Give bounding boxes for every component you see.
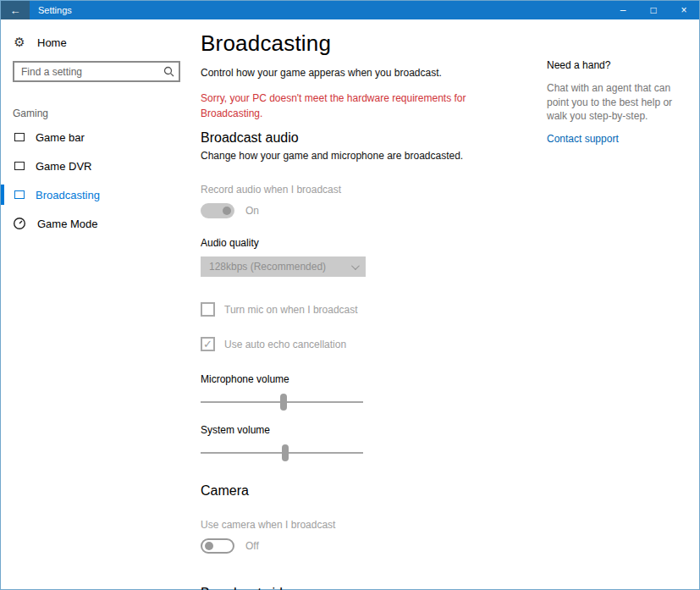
maximize-button[interactable]: □ <box>638 1 669 19</box>
sidebar-item-home[interactable]: ⚙ Home <box>1 28 192 57</box>
minimize-button[interactable]: – <box>608 1 638 19</box>
slider-thumb[interactable] <box>280 394 287 411</box>
search-input[interactable] <box>14 63 158 80</box>
window-title: Settings <box>38 5 72 15</box>
camera-heading: Camera <box>201 483 535 499</box>
help-heading: Need a hand? <box>547 59 692 71</box>
record-audio-toggle[interactable] <box>201 203 234 218</box>
audio-quality-value: 128kbps (Recommended) <box>209 261 351 273</box>
search-box <box>13 61 180 82</box>
titlebar: ← Settings – □ × <box>1 1 699 19</box>
toggle-knob <box>223 207 231 215</box>
broadcast-video-heading: Broadcast video <box>201 586 535 590</box>
system-volume-slider[interactable] <box>201 444 363 461</box>
sidebar: ⚙ Home Gaming Game bar Game DVR Broadcas… <box>1 19 192 589</box>
help-body-text: Chat with an agent that can point you to… <box>547 81 692 124</box>
back-button[interactable]: ← <box>1 1 30 19</box>
home-label: Home <box>37 36 67 49</box>
mic-on-checkbox-row: ✓ Turn mic on when I broadcast <box>201 302 535 317</box>
game-dvr-icon <box>14 162 25 170</box>
sidebar-section-gaming: Gaming <box>13 108 192 119</box>
mic-on-checkbox[interactable]: ✓ <box>201 302 215 317</box>
window-controls: – □ × <box>608 1 699 19</box>
contact-support-link[interactable]: Contact support <box>547 133 692 145</box>
close-button[interactable]: × <box>669 1 699 19</box>
use-camera-toggle-row: Off <box>201 538 535 554</box>
main-content: Broadcasting Control how your game apper… <box>201 19 535 590</box>
broadcasting-icon <box>14 190 25 199</box>
back-arrow-icon: ← <box>10 4 21 17</box>
sidebar-item-game-dvr[interactable]: Game DVR <box>1 152 192 180</box>
use-camera-toggle[interactable] <box>201 538 234 554</box>
audio-quality-dropdown[interactable]: 128kbps (Recommended) <box>201 256 366 277</box>
broadcast-audio-heading: Broadcast audio <box>201 130 535 146</box>
record-audio-toggle-row: On <box>201 203 535 218</box>
audio-quality-label: Audio quality <box>201 237 535 249</box>
echo-cancel-checkbox[interactable]: ✓ <box>201 337 215 351</box>
gear-icon: ⚙ <box>13 35 26 50</box>
sidebar-item-label: Game Mode <box>37 218 98 230</box>
help-panel: Need a hand? Chat with an agent that can… <box>547 19 692 145</box>
use-camera-label: Use camera when I broadcast <box>201 519 535 531</box>
echo-cancel-checkbox-label: Use auto echo cancellation <box>224 339 346 350</box>
hardware-warning-text: Sorry, your PC doesn't meet the hardware… <box>201 91 480 121</box>
system-volume-label: System volume <box>201 424 535 436</box>
sidebar-item-game-mode[interactable]: Game Mode <box>1 209 192 238</box>
search-icon[interactable] <box>158 66 179 77</box>
mic-volume-slider[interactable] <box>201 394 363 411</box>
mic-on-checkbox-label: Turn mic on when I broadcast <box>224 304 358 316</box>
page-subtitle: Control how your game apperas when you b… <box>201 67 535 79</box>
broadcast-audio-description: Change how your game and microphone are … <box>201 150 535 162</box>
settings-window: ← Settings – □ × ⚙ Home Gaming Game b <box>0 0 700 590</box>
sidebar-item-broadcasting[interactable]: Broadcasting <box>1 180 192 209</box>
toggle-knob <box>205 542 213 550</box>
use-camera-state: Off <box>245 540 259 552</box>
record-audio-state: On <box>245 205 259 217</box>
sidebar-item-label: Broadcasting <box>36 189 100 201</box>
sidebar-item-label: Game DVR <box>36 160 91 173</box>
mic-volume-label: Microphone volume <box>201 373 535 385</box>
echo-cancel-checkbox-row: ✓ Use auto echo cancellation <box>201 337 535 351</box>
record-audio-label: Record audio when I broadcast <box>201 184 535 196</box>
game-mode-gauge-icon <box>13 217 26 230</box>
game-bar-icon <box>14 133 25 141</box>
slider-thumb[interactable] <box>282 444 289 461</box>
sidebar-item-game-bar[interactable]: Game bar <box>1 123 192 152</box>
check-icon: ✓ <box>203 339 212 350</box>
chevron-down-icon <box>351 262 360 270</box>
sidebar-item-label: Game bar <box>36 131 85 144</box>
page-title: Broadcasting <box>201 30 535 57</box>
